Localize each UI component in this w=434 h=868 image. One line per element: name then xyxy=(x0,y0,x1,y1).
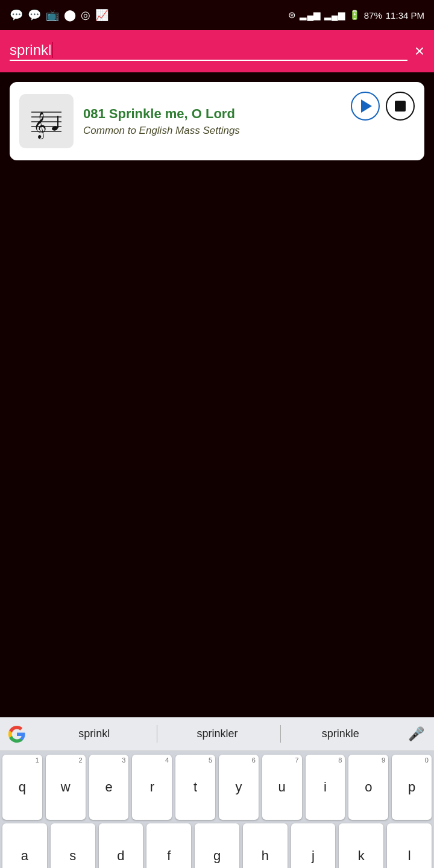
time-display: 11:34 PM xyxy=(386,10,424,20)
key-q[interactable]: 1q xyxy=(2,755,42,820)
key-y[interactable]: 6y xyxy=(219,755,259,820)
google-logo xyxy=(5,722,29,746)
stop-button[interactable] xyxy=(386,92,415,121)
suggestions-bar[interactable]: sprinkl sprinkler sprinkle 🎤 xyxy=(0,717,434,751)
key-t[interactable]: 5t xyxy=(175,755,215,820)
key-j[interactable]: j xyxy=(291,823,336,868)
music-card[interactable]: 𝄞 081 Sprinkle me, O Lord Common to Engl… xyxy=(10,82,424,160)
status-icons-left: 💬 💬 📺 ⬤ ◎ 📈 xyxy=(10,8,108,22)
results-area: 𝄞 081 Sprinkle me, O Lord Common to Engl… xyxy=(0,72,434,470)
signal-bars2: ▂▄▆ xyxy=(324,10,345,20)
play-button[interactable] xyxy=(351,92,380,121)
music-note-icon: 𝄞 xyxy=(28,100,64,142)
key-s[interactable]: s xyxy=(51,823,95,868)
key-h[interactable]: h xyxy=(243,823,288,868)
battery-icon: 🔋 xyxy=(349,10,360,20)
search-bar[interactable]: sprinkl × xyxy=(0,30,434,72)
key-d[interactable]: d xyxy=(99,823,143,868)
status-icons-right: ⊛ ▂▄▆ ▂▄▆ 🔋 87% 11:34 PM xyxy=(288,10,424,20)
key-o[interactable]: 9o xyxy=(348,755,388,820)
key-p[interactable]: 0p xyxy=(392,755,432,820)
key-a[interactable]: a xyxy=(2,823,47,868)
key-w[interactable]: 2w xyxy=(46,755,86,820)
battery-percent: 87% xyxy=(364,10,382,20)
music-thumbnail: 𝄞 xyxy=(19,94,74,148)
text-cursor xyxy=(52,42,53,58)
key-u[interactable]: 7u xyxy=(262,755,302,820)
suggestion-2[interactable]: sprinkler xyxy=(157,723,277,745)
whatsapp-icon: 💬 xyxy=(10,8,23,22)
key-k[interactable]: k xyxy=(339,823,383,868)
play-icon xyxy=(361,99,372,113)
close-button[interactable]: × xyxy=(415,43,424,60)
suggestion-3[interactable]: sprinkle xyxy=(280,723,401,745)
key-g[interactable]: g xyxy=(195,823,239,868)
search-query-text: sprinkl xyxy=(10,42,51,58)
key-row-2: a s d f g h j k l xyxy=(2,823,432,868)
search-input-area[interactable]: sprinkl xyxy=(10,42,407,61)
svg-text:𝄞: 𝄞 xyxy=(33,112,46,140)
key-rows: 1q 2w 3e 4r 5t 6y 7u 8i 9o 0p a s d f g … xyxy=(0,751,434,868)
key-i[interactable]: 8i xyxy=(306,755,345,820)
key-r[interactable]: 4r xyxy=(132,755,172,820)
key-row-1: 1q 2w 3e 4r 5t 6y 7u 8i 9o 0p xyxy=(2,755,432,820)
message-icon: 💬 xyxy=(28,8,41,22)
key-l[interactable]: l xyxy=(387,823,432,868)
microphone-icon[interactable]: 🎤 xyxy=(403,726,429,742)
key-f[interactable]: f xyxy=(146,823,191,868)
screen-icon: 📺 xyxy=(46,8,59,22)
network-icon: ⊛ xyxy=(288,10,296,20)
location-icon: ◎ xyxy=(81,8,90,22)
suggestion-1[interactable]: sprinkl xyxy=(34,723,154,745)
dark-background-area xyxy=(0,470,434,717)
signal-bars: ▂▄▆ xyxy=(300,10,321,20)
stop-icon xyxy=(395,101,406,112)
music-subtitle: Common to English Mass Settings xyxy=(83,125,415,137)
chart-icon: 📈 xyxy=(95,8,108,22)
key-e[interactable]: 3e xyxy=(89,755,129,820)
keyboard[interactable]: sprinkl sprinkler sprinkle 🎤 1q 2w 3e 4r… xyxy=(0,717,434,868)
playback-controls[interactable] xyxy=(351,92,415,121)
status-bar: 💬 💬 📺 ⬤ ◎ 📈 ⊛ ▂▄▆ ▂▄▆ 🔋 87% 11:34 PM xyxy=(0,0,434,30)
dot-icon: ⬤ xyxy=(64,8,76,22)
